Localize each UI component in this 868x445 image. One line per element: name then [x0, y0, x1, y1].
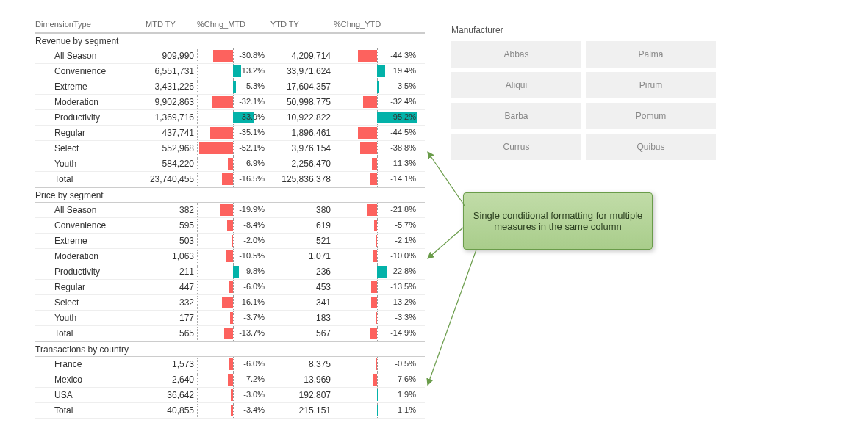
table-row[interactable]: All Season382-19.9%380-21.8% [35, 203, 425, 218]
header-mtd[interactable]: MTD TY [146, 20, 197, 29]
cell-mtd: 23,740,455 [146, 174, 197, 184]
group-header[interactable]: Revenue by segment [35, 33, 425, 48]
table-row[interactable]: Extreme503-2.0%521-2.1% [35, 234, 425, 249]
cell-ytd: 619 [270, 220, 334, 231]
header-chmtd[interactable]: %Chng_MTD [197, 20, 270, 29]
table-row[interactable]: Convenience595-8.4%619-5.7% [35, 218, 425, 234]
cell-chmtd: -6.0% [197, 358, 270, 371]
manufacturer-slicer[interactable]: Manufacturer AbbasPalmaAliquiPirumBarbaP… [451, 25, 716, 160]
group-header[interactable]: Transactions by country [35, 341, 425, 357]
row-label: Extreme [35, 82, 146, 92]
cell-ytd: 215,151 [270, 405, 334, 416]
row-label: Moderation [35, 251, 146, 261]
row-label: USA [35, 390, 146, 400]
row-label: Regular [35, 282, 146, 292]
table-row[interactable]: Moderation1,063-10.5%1,071-10.0% [35, 249, 425, 264]
cell-ytd: 183 [270, 313, 334, 323]
cell-mtd: 447 [146, 282, 197, 292]
cell-ytd: 8,375 [270, 359, 334, 369]
cell-chmtd: -13.7% [197, 327, 270, 340]
cell-mtd: 6,551,731 [146, 66, 197, 76]
row-label: Extreme [35, 236, 146, 246]
cell-chytd: -13.2% [334, 296, 422, 309]
cell-mtd: 332 [146, 297, 197, 308]
slicer-item[interactable]: Quibus [586, 134, 716, 160]
cell-ytd: 380 [270, 205, 334, 215]
svg-line-1 [428, 228, 463, 258]
cell-mtd: 437,741 [146, 128, 197, 138]
table-row[interactable]: Select332-16.1%341-13.2% [35, 295, 425, 311]
row-label: Select [35, 143, 146, 153]
cell-mtd: 3,431,226 [146, 82, 197, 92]
cell-chytd: -14.9% [334, 327, 422, 340]
slicer-item[interactable]: Pirum [586, 72, 716, 98]
annotation-callout: Single conditional formatting for multip… [463, 192, 653, 250]
cell-ytd: 4,209,714 [270, 51, 334, 61]
slicer-item[interactable]: Pomum [586, 103, 716, 129]
cell-chmtd: -3.0% [197, 388, 270, 402]
table-row[interactable]: Regular447-6.0%453-13.5% [35, 280, 425, 295]
cell-chytd: -3.3% [334, 311, 422, 325]
table-row[interactable]: France1,573-6.0%8,375-0.5% [35, 357, 425, 372]
cell-chytd: -21.8% [334, 203, 422, 217]
group-header[interactable]: Price by segment [35, 187, 425, 203]
cell-mtd: 503 [146, 236, 197, 246]
cell-chmtd: -3.4% [197, 404, 270, 417]
table-row[interactable]: Total23,740,455-16.5%125,836,378-14.1% [35, 172, 425, 187]
cell-ytd: 17,604,357 [270, 82, 334, 92]
header-chytd[interactable]: %Chng_YTD [334, 20, 422, 29]
row-label: Mexico [35, 375, 146, 385]
header-dim[interactable]: DimensionType [35, 20, 146, 29]
slicer-item[interactable]: Palma [586, 41, 716, 68]
svg-line-2 [428, 250, 476, 385]
table-row[interactable]: Extreme3,431,2265.3%17,604,3573.5% [35, 79, 425, 95]
cell-ytd: 33,971,624 [270, 66, 334, 76]
slicer-item[interactable]: Currus [451, 134, 581, 160]
table-row[interactable]: Mexico2,640-7.2%13,969-7.6% [35, 372, 425, 388]
table-row[interactable]: Moderation9,902,863-32.1%50,998,775-32.4… [35, 95, 425, 110]
cell-mtd: 584,220 [146, 159, 197, 169]
cell-mtd: 565 [146, 328, 197, 339]
cell-chmtd: -8.4% [197, 219, 270, 232]
table-row[interactable]: Convenience6,551,73113.2%33,971,62419.4% [35, 64, 425, 79]
cell-mtd: 2,640 [146, 375, 197, 385]
cell-chytd: -32.4% [334, 95, 422, 109]
cell-ytd: 10,922,822 [270, 112, 334, 123]
table-row[interactable]: Productivity1,369,71633.9%10,922,82295.2… [35, 110, 425, 126]
cell-mtd: 1,369,716 [146, 112, 197, 123]
table-row[interactable]: All Season909,990-30.8%4,209,714-44.3% [35, 48, 425, 64]
table-row[interactable]: Productivity2119.8%23622.8% [35, 264, 425, 280]
cell-ytd: 521 [270, 236, 334, 246]
table-row[interactable]: USA36,642-3.0%192,8071.9% [35, 388, 425, 403]
cell-chmtd: -19.9% [197, 203, 270, 217]
cell-ytd: 13,969 [270, 375, 334, 385]
table-row[interactable]: Youth177-3.7%183-3.3% [35, 311, 425, 326]
slicer-item[interactable]: Abbas [451, 41, 581, 68]
cell-ytd: 341 [270, 297, 334, 308]
cell-mtd: 382 [146, 205, 197, 215]
row-label: Select [35, 297, 146, 308]
cell-ytd: 3,976,154 [270, 143, 334, 153]
row-label: France [35, 359, 146, 369]
cell-chytd: 19.4% [334, 65, 422, 78]
cell-chytd: 1.9% [334, 388, 422, 402]
table-row[interactable]: Total40,855-3.4%215,1511.1% [35, 403, 425, 419]
cell-chytd: -44.5% [334, 126, 422, 140]
cell-chmtd: 13.2% [197, 65, 270, 78]
cell-chmtd: 33.9% [197, 111, 270, 124]
row-label: Productivity [35, 112, 146, 123]
header-ytd[interactable]: YTD TY [270, 20, 334, 29]
row-label: Total [35, 328, 146, 339]
table-row[interactable]: Select552,968-52.1%3,976,154-38.8% [35, 141, 425, 156]
slicer-item[interactable]: Barba [451, 103, 581, 129]
cell-chmtd: -32.1% [197, 95, 270, 109]
group-title: Revenue by segment [35, 36, 146, 46]
table-row[interactable]: Regular437,741-35.1%1,896,461-44.5% [35, 126, 425, 141]
slicer-item[interactable]: Aliqui [451, 72, 581, 98]
cell-chytd: -5.7% [334, 219, 422, 232]
table-row[interactable]: Youth584,220-6.9%2,256,470-11.3% [35, 156, 425, 172]
cell-chmtd: -6.0% [197, 281, 270, 294]
table-row[interactable]: Total565-13.7%567-14.9% [35, 326, 425, 341]
cell-ytd: 192,807 [270, 390, 334, 400]
matrix-visual[interactable]: DimensionType MTD TY %Chng_MTD YTD TY %C… [35, 18, 425, 419]
